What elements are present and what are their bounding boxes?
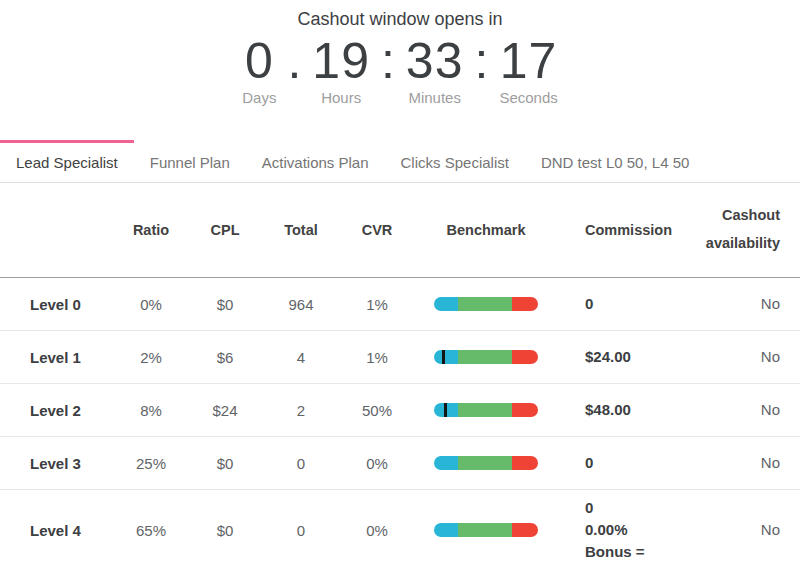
benchmark-bar [434,403,538,417]
seconds-label: Seconds [499,89,557,106]
seconds-value: 17 [500,36,558,86]
commission-value: Bonus = [585,541,700,563]
total-value: 4 [264,349,338,366]
benchmark-marker [442,350,445,364]
header-ratio: Ratio [116,222,186,238]
benchmark-bar [434,456,538,470]
benchmark-cell [416,456,556,470]
tab-label: Funnel Plan [150,154,230,171]
header-commission: Commission [556,222,700,238]
benchmark-segment-target [458,456,512,470]
benchmark-cell [416,297,556,311]
benchmark-segment-low [434,297,458,311]
days-value: 0 [245,36,274,86]
table-row: Level 3 25% $0 0 0% 0 No [0,437,800,490]
commission-cell: $24.00 [556,346,700,368]
tab-lead-specialist[interactable]: Lead Specialist [0,140,134,182]
benchmark-bar [434,350,538,364]
benchmark-marker [444,403,447,417]
commission-value: 0 [585,293,700,315]
table-row: Level 4 65% $0 0 0% 00.00%Bonus = No [0,490,800,570]
header-benchmark: Benchmark [416,222,556,238]
tab-dnd-test-l0-50-l4-50[interactable]: DND test L0 50, L4 50 [525,140,705,182]
level-label: Level 1 [0,349,116,366]
levels-table: Ratio CPL Total CVR Benchmark Commission… [0,183,800,570]
benchmark-segment-high [512,297,538,311]
benchmark-segment-high [512,456,538,470]
ratio-value: 65% [116,522,186,539]
benchmark-cell [416,403,556,417]
commission-value: $24.00 [585,346,700,368]
cvr-value: 0% [338,455,416,472]
cashout-availability-value: No [700,521,780,539]
countdown-timer: 0 Days . 19 Hours : 33 Minutes : 17 Seco… [0,36,800,106]
commission-value: $48.00 [585,399,700,421]
tab-clicks-specialist[interactable]: Clicks Specialist [385,140,525,182]
level-label: Level 4 [0,522,116,539]
benchmark-cell [416,523,556,537]
benchmark-segment-target [458,350,512,364]
cvr-value: 50% [338,402,416,419]
benchmark-segment-high [512,523,538,537]
benchmark-segment-low [434,456,458,470]
countdown-separator: . [287,36,301,86]
benchmark-segment-target [458,523,512,537]
commission-cell: $48.00 [556,399,700,421]
plan-tabs: Lead Specialist Funnel Plan Activations … [0,140,800,183]
ratio-value: 2% [116,349,186,366]
level-label: Level 3 [0,455,116,472]
cvr-value: 1% [338,296,416,313]
tab-funnel-plan[interactable]: Funnel Plan [134,140,246,182]
countdown-unit-days: 0 Days [242,36,276,106]
header-cvr: CVR [338,222,416,238]
cpl-value: $0 [186,455,264,472]
table-row: Level 2 8% $24 2 50% $48.00 No [0,384,800,437]
commission-cell: 00.00%Bonus = [556,497,700,563]
tab-activations-plan[interactable]: Activations Plan [246,140,385,182]
cashout-availability-value: No [700,348,780,366]
cashout-availability-value: No [700,401,780,419]
level-label: Level 0 [0,296,116,313]
countdown-separator: : [474,36,488,86]
hours-value: 19 [312,36,370,86]
benchmark-segment-target [458,403,512,417]
commission-cell: 0 [556,293,700,315]
benchmark-segment-low [434,350,458,364]
header-cashout-availability: Cashout availability [700,202,780,257]
cvr-value: 0% [338,522,416,539]
ratio-value: 0% [116,296,186,313]
countdown-separator: : [381,36,395,86]
benchmark-segment-low [434,523,458,537]
countdown-title: Cashout window opens in [0,9,800,30]
benchmark-bar [434,297,538,311]
countdown-unit-hours: 19 Hours [312,36,370,106]
benchmark-bar [434,523,538,537]
commission-cell: 0 [556,452,700,474]
total-value: 0 [264,522,338,539]
commission-value: 0 [585,497,700,519]
table-row: Level 1 2% $6 4 1% $24.00 No [0,331,800,384]
minutes-label: Minutes [408,89,461,106]
ratio-value: 25% [116,455,186,472]
cashout-availability-value: No [700,454,780,472]
table-header-row: Ratio CPL Total CVR Benchmark Commission… [0,183,800,278]
cvr-value: 1% [338,349,416,366]
table-row: Level 0 0% $0 964 1% 0 No [0,278,800,331]
benchmark-segment-high [512,403,538,417]
tab-label: Activations Plan [262,154,369,171]
header-total: Total [264,222,338,238]
cashout-availability-value: No [700,295,780,313]
tab-label: DND test L0 50, L4 50 [541,154,689,171]
header-cpl: CPL [186,222,264,238]
total-value: 2 [264,402,338,419]
benchmark-cell [416,350,556,364]
benchmark-segment-high [512,350,538,364]
countdown-unit-minutes: 33 Minutes [406,36,464,106]
total-value: 0 [264,455,338,472]
countdown-unit-seconds: 17 Seconds [499,36,557,106]
total-value: 964 [264,296,338,313]
days-label: Days [242,89,276,106]
ratio-value: 8% [116,402,186,419]
minutes-value: 33 [406,36,464,86]
cpl-value: $6 [186,349,264,366]
